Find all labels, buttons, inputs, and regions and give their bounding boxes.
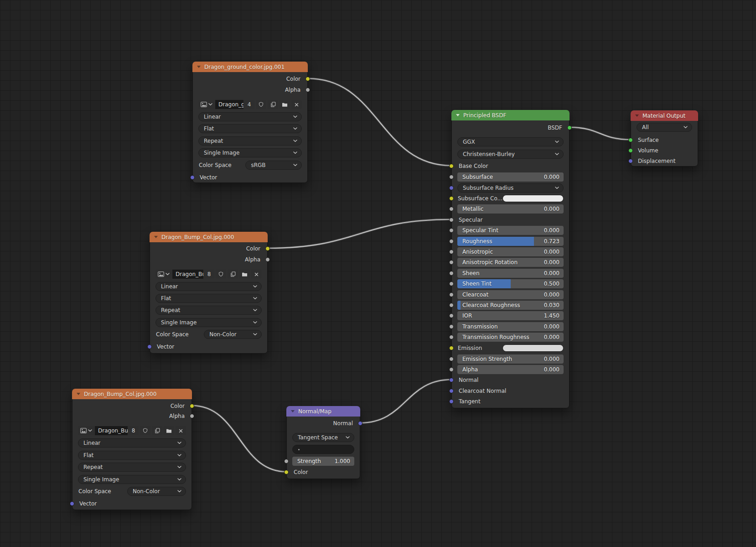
slider-specular-tint[interactable]: Specular Tint0.000	[457, 226, 564, 235]
open-image-button[interactable]	[280, 100, 290, 109]
image-name-field[interactable]: Dragon_Bu...	[172, 270, 203, 279]
image-browse-button[interactable]	[155, 270, 172, 279]
collapse-icon[interactable]	[154, 236, 158, 238]
slider-clearcoat-roughness[interactable]: Clearcoat Roughness0.030	[457, 301, 564, 310]
dropdown-ggx[interactable]: GGX	[457, 137, 564, 146]
dropdown-flat[interactable]: Flat	[78, 451, 186, 460]
socket-color-output[interactable]	[265, 246, 270, 251]
dropdown-non-color[interactable]: Non-Color	[204, 330, 262, 339]
dropdown-subsurface-radius[interactable]: Subsurface Radius	[457, 183, 564, 193]
node-header-material-output[interactable]: Material Output	[631, 110, 698, 121]
socket-clearcoat-normal-input[interactable]	[449, 389, 454, 393]
image-name-field[interactable]: Dragon_Bu...	[95, 426, 128, 435]
slider-roughness[interactable]: Roughness0.723	[457, 237, 564, 246]
collapse-icon[interactable]	[77, 393, 80, 395]
fake-user-button[interactable]	[216, 270, 226, 279]
open-image-button[interactable]	[239, 270, 250, 279]
dropdown-linear[interactable]: Linear	[155, 282, 262, 291]
node-link-tex-ground-color-color-to-principled-base-color[interactable]	[308, 78, 451, 166]
open-image-button[interactable]	[164, 426, 174, 435]
socket-tangent-input[interactable]	[449, 399, 454, 404]
socket-color-output[interactable]	[306, 77, 310, 81]
collapse-icon[interactable]	[291, 410, 295, 412]
node-tex-ground-color[interactable]: Dragon_ground_color.jpg.001ColorAlphaDra…	[192, 62, 308, 183]
socket-sheen-tint-input[interactable]	[449, 281, 454, 286]
socket-volume-input[interactable]	[628, 148, 633, 153]
dropdown-single-image[interactable]: Single Image	[198, 148, 302, 157]
fake-user-button[interactable]	[256, 100, 266, 109]
image-browse-button[interactable]	[78, 426, 94, 435]
socket-alpha-output[interactable]	[306, 88, 310, 92]
image-name-field[interactable]: Dragon_gro...	[215, 100, 243, 109]
node-tex-bump-mid[interactable]: Dragon_Bump_Col.jpg.000ColorAlphaDragon_…	[150, 232, 268, 354]
dropdown-christensen-burley[interactable]: Christensen-Burley	[457, 150, 564, 159]
node-header-tex-ground-color[interactable]: Dragon_ground_color.jpg.001	[192, 62, 308, 72]
socket-anisotropic-rotation-input[interactable]	[449, 260, 454, 265]
socket-surface-input[interactable]	[628, 138, 633, 142]
node-principled[interactable]: Principled BSDFBSDFGGXChristensen-Burley…	[451, 110, 570, 408]
socket-specular-input[interactable]	[449, 218, 454, 222]
node-link-tex-bump-bottom-color-to-normal-map-color[interactable]	[192, 406, 286, 472]
socket-normal-input[interactable]	[449, 378, 454, 382]
slider-ior[interactable]: IOR1.450	[457, 311, 564, 320]
socket-displacement-input[interactable]	[628, 159, 633, 163]
slider-transmission-roughness[interactable]: Transmission Roughness0.000	[457, 333, 564, 342]
socket-clearcoat-input[interactable]	[449, 292, 454, 297]
socket-bsdf-output[interactable]	[567, 125, 572, 130]
new-image-button[interactable]	[268, 100, 278, 109]
unlink-image-button[interactable]	[251, 270, 262, 279]
socket-color-input[interactable]	[284, 470, 289, 474]
slider-clearcoat[interactable]: Clearcoat0.000	[457, 290, 564, 299]
image-users-count[interactable]: 4	[244, 100, 254, 109]
socket-alpha-input[interactable]	[449, 367, 454, 372]
slider-strength[interactable]: Strength1.000	[292, 457, 354, 466]
node-link-tex-bump-mid-color-to-principled-specular[interactable]	[268, 219, 451, 248]
dropdown-repeat[interactable]: Repeat	[198, 136, 302, 146]
uv-map-field[interactable]	[292, 445, 354, 454]
socket-emission-strength-input[interactable]	[449, 357, 454, 361]
node-link-normal-map-normal-to-principled-normal[interactable]	[360, 380, 451, 423]
socket-subsurface-radius-input[interactable]	[449, 186, 454, 190]
new-image-button[interactable]	[228, 270, 238, 279]
unlink-image-button[interactable]	[176, 426, 186, 435]
dropdown-linear[interactable]: Linear	[78, 438, 186, 448]
node-normal-map[interactable]: Normal/MapNormalTangent SpaceStrength1.0…	[286, 406, 360, 479]
node-header-principled[interactable]: Principled BSDF	[451, 110, 570, 120]
socket-sheen-input[interactable]	[449, 271, 454, 276]
color-swatch-subsurface-co[interactable]	[502, 195, 564, 202]
socket-vector-input[interactable]	[70, 501, 74, 506]
slider-sheen[interactable]: Sheen0.000	[457, 269, 564, 278]
socket-base-color-input[interactable]	[449, 164, 454, 168]
image-browse-button[interactable]	[198, 100, 215, 109]
socket-clearcoat-roughness-input[interactable]	[449, 303, 454, 307]
dropdown-linear[interactable]: Linear	[198, 112, 302, 121]
slider-sheen-tint[interactable]: Sheen Tint0.500	[457, 279, 564, 288]
collapse-icon[interactable]	[456, 114, 460, 116]
node-material-output[interactable]: Material OutputAllSurfaceVolumeDisplacem…	[631, 110, 698, 167]
collapse-icon[interactable]	[197, 66, 201, 68]
socket-ior-input[interactable]	[449, 313, 454, 318]
node-editor-canvas[interactable]: Dragon_ground_color.jpg.001ColorAlphaDra…	[0, 0, 756, 547]
slider-alpha[interactable]: Alpha0.000	[457, 365, 564, 374]
slider-anisotropic-rotation[interactable]: Anisotropic Rotation0.000	[457, 258, 564, 267]
slider-transmission[interactable]: Transmission0.000	[457, 322, 564, 331]
socket-emission-input[interactable]	[449, 346, 454, 350]
socket-color-output[interactable]	[190, 404, 194, 408]
socket-metallic-input[interactable]	[449, 207, 454, 211]
dropdown-repeat[interactable]: Repeat	[78, 463, 186, 472]
node-tex-bump-bottom[interactable]: Dragon_Bump_Col.jpg.000ColorAlphaDragon_…	[72, 389, 192, 510]
slider-emission-strength[interactable]: Emission Strength0.000	[457, 354, 564, 364]
slider-metallic[interactable]: Metallic0.000	[457, 204, 564, 214]
image-users-count[interactable]: 8	[204, 270, 214, 279]
dropdown-flat[interactable]: Flat	[155, 294, 262, 303]
node-header-normal-map[interactable]: Normal/Map	[286, 406, 360, 417]
new-image-button[interactable]	[152, 426, 162, 435]
socket-normal-output[interactable]	[358, 421, 362, 426]
socket-specular-tint-input[interactable]	[449, 228, 454, 233]
socket-anisotropic-input[interactable]	[449, 250, 454, 254]
socket-alpha-output[interactable]	[190, 414, 194, 418]
socket-vector-input[interactable]	[190, 175, 195, 180]
dropdown-tangent-space[interactable]: Tangent Space	[292, 433, 354, 442]
dropdown-all[interactable]: All	[637, 123, 692, 132]
unlink-image-button[interactable]	[291, 100, 302, 109]
